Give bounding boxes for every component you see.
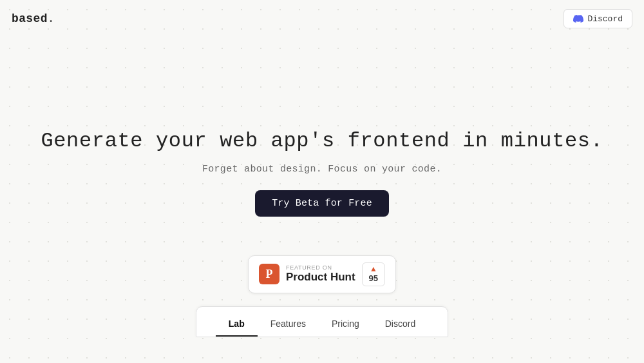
bottom-nav: Lab Features Pricing Discord	[196, 306, 448, 337]
discord-icon	[573, 14, 583, 24]
product-hunt-section: P FEATURED ON Product Hunt ▲ 95	[0, 255, 644, 293]
nav-item-features[interactable]: Features	[258, 313, 319, 337]
nav-item-discord[interactable]: Discord	[372, 313, 428, 337]
upvote-counter[interactable]: ▲ 95	[362, 262, 385, 286]
nav-item-lab[interactable]: Lab	[216, 313, 258, 337]
upvote-count: 95	[369, 273, 378, 283]
navbar: based. Discord	[0, 0, 644, 37]
discord-button-label: Discord	[587, 14, 623, 24]
hero-section: Generate your web app's frontend in minu…	[0, 37, 644, 217]
hero-title: Generate your web app's frontend in minu…	[41, 128, 603, 155]
product-hunt-name: Product Hunt	[286, 271, 355, 284]
discord-button[interactable]: Discord	[564, 9, 632, 28]
logo: based.	[12, 12, 55, 25]
logo-text: based	[12, 12, 48, 25]
logo-dot: .	[48, 12, 55, 25]
hero-subtitle: Forget about design. Focus on your code.	[202, 164, 442, 175]
try-beta-button[interactable]: Try Beta for Free	[255, 190, 389, 217]
bottom-nav-wrapper: Lab Features Pricing Discord	[0, 306, 644, 337]
nav-item-pricing[interactable]: Pricing	[319, 313, 372, 337]
upvote-arrow-icon: ▲	[371, 266, 375, 273]
product-hunt-badge[interactable]: P FEATURED ON Product Hunt ▲ 95	[248, 255, 396, 293]
product-hunt-text: FEATURED ON Product Hunt	[286, 264, 355, 284]
product-hunt-logo: P	[259, 264, 279, 284]
product-hunt-letter: P	[265, 268, 272, 281]
featured-on-label: FEATURED ON	[286, 264, 355, 271]
